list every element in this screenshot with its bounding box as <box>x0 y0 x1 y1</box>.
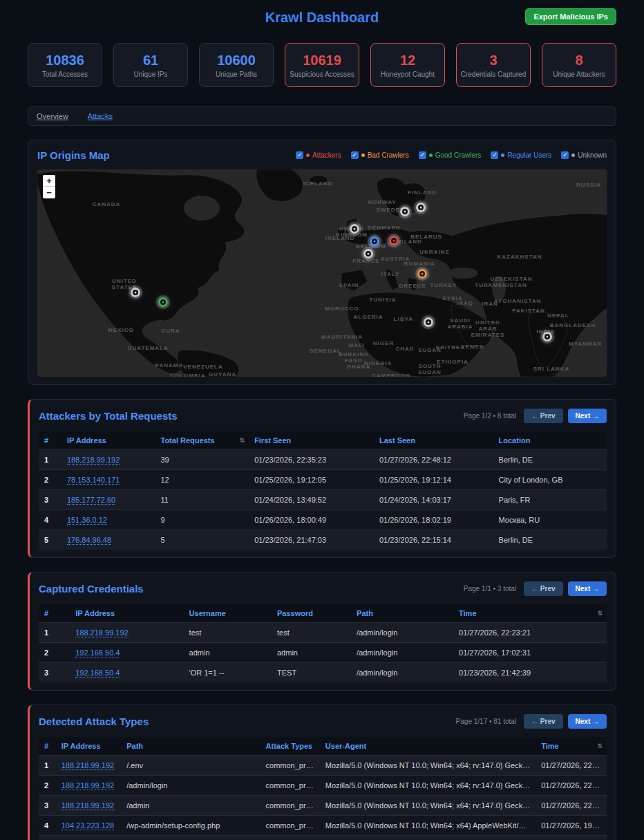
column-header[interactable]: User-Agent <box>320 737 536 756</box>
marker-dot-icon <box>374 241 376 243</box>
legend-checkbox[interactable]: ✓ <box>491 151 498 159</box>
prev-button[interactable]: ← Prev <box>524 581 562 596</box>
map-marker-unknown[interactable] <box>350 224 359 234</box>
ip-address-link[interactable]: 104.23.223.128 <box>61 821 114 830</box>
prev-button[interactable]: ← Prev <box>524 714 562 729</box>
ip-address-link[interactable]: 188.218.99.192 <box>67 456 120 465</box>
column-header[interactable]: First Seen <box>249 431 374 450</box>
marker-dot-icon <box>162 301 164 304</box>
table-cell: 01/27/2026, 22:23:21 <box>536 776 607 796</box>
export-malicious-ips-button[interactable]: Export Malicious IPs <box>525 8 616 25</box>
column-header[interactable]: IP Address <box>70 604 183 623</box>
legend-checkbox[interactable]: ✓ <box>351 151 359 159</box>
zoom-in-button[interactable]: + <box>43 175 55 187</box>
ip-address-link[interactable]: 192.168.50.4 <box>75 648 120 657</box>
map-marker-bad-crawler[interactable] <box>417 269 427 279</box>
map-marker-unknown[interactable] <box>416 203 426 212</box>
sort-icon[interactable]: ⇅ <box>597 743 603 749</box>
table-cell: 01/24/2026, 13:49:52 <box>249 490 374 510</box>
table-cell: 39 <box>155 450 249 470</box>
column-header[interactable]: IP Address <box>61 431 155 450</box>
ip-address-link[interactable]: 192.168.50.4 <box>75 669 120 678</box>
zoom-out-button[interactable]: − <box>43 187 55 198</box>
sort-icon[interactable]: ⇅ <box>597 610 603 617</box>
table-cell: Berlin, DE <box>493 530 607 550</box>
table-cell: 5 <box>39 836 56 840</box>
page-info: Page 1/1 • 3 total <box>464 585 516 592</box>
legend-checkbox[interactable]: ✓ <box>561 151 569 159</box>
column-header[interactable]: Time⇅ <box>453 604 607 623</box>
sort-icon[interactable]: ⇅ <box>240 437 245 444</box>
ip-address-link[interactable]: 188.218.99.192 <box>61 801 114 810</box>
stat-label: Total Accesses <box>42 71 88 78</box>
marker-dot-icon <box>420 207 422 209</box>
table-cell: 3 <box>39 490 61 510</box>
table-cell: Berlin, DE <box>493 450 607 470</box>
legend-dot-icon <box>361 153 365 157</box>
next-button[interactable]: Next → <box>568 714 607 729</box>
table-row: 2188.218.99.192/admin/logincommon_probes… <box>39 776 607 796</box>
column-header[interactable]: Last Seen <box>374 431 493 450</box>
ip-address-link[interactable]: 151.36.0.12 <box>67 516 107 525</box>
ip-address-link[interactable]: 176.84.96.48 <box>67 536 111 545</box>
prev-button[interactable]: ← Prev <box>524 409 562 423</box>
table-cell: /admin/login <box>351 643 453 663</box>
column-header[interactable]: Total Requests⇅ <box>155 431 249 450</box>
marker-dot-icon <box>404 211 406 213</box>
column-header[interactable]: # <box>39 737 56 756</box>
map-marker-good-crawler[interactable] <box>158 297 168 307</box>
tab-overview[interactable]: Overview <box>37 112 68 120</box>
legend-item: ✓ Attackers <box>296 151 341 159</box>
column-header[interactable]: Time⇅ <box>536 737 607 756</box>
column-header[interactable]: Attack Types <box>261 737 320 756</box>
section-title: Captured Credentials <box>39 583 144 595</box>
ip-address-link[interactable]: 185.177.72.60 <box>67 496 115 505</box>
table-cell: common_probes <box>261 816 320 836</box>
table-cell: common_probes <box>261 776 320 796</box>
column-header[interactable]: Location <box>493 431 607 450</box>
table-section: Captured Credentials Page 1/1 • 3 total … <box>28 572 616 691</box>
stat-card: 8 Unique Attackers <box>542 43 616 87</box>
next-button[interactable]: Next → <box>568 581 607 596</box>
map-marker-unknown[interactable] <box>542 332 552 342</box>
map-marker-regular-user[interactable] <box>370 236 379 246</box>
legend-label: Bad Crawlers <box>368 151 409 159</box>
table-cell: 2 <box>39 470 61 490</box>
tab-bar: OverviewAttacks <box>28 106 616 126</box>
map-marker-unknown[interactable] <box>424 317 433 327</box>
column-header[interactable]: Username <box>184 604 272 623</box>
column-header[interactable]: Password <box>272 604 351 623</box>
krawl-dashboard-page: Krawl Dashboard Export Malicious IPs 108… <box>28 0 616 840</box>
next-button[interactable]: Next → <box>568 409 607 423</box>
map-marker-unknown[interactable] <box>400 207 410 216</box>
stat-card: 12 Honeypot Caught <box>370 43 445 87</box>
table-cell: 01/27/2026, 22:23:21 <box>453 623 607 643</box>
table-cell: test <box>272 623 351 643</box>
ip-address-link[interactable]: 188.218.99.192 <box>75 628 128 637</box>
stat-label: Honeypot Caught <box>381 71 435 78</box>
column-header[interactable]: Path <box>351 604 453 623</box>
ip-address-link[interactable]: 188.218.99.192 <box>61 761 114 770</box>
pagination: Page 1/2 • 8 total ← Prev Next → <box>464 409 607 423</box>
legend-label: Regular Users <box>507 151 551 159</box>
ip-address-link[interactable]: 78.153.140.171 <box>67 476 120 485</box>
map-marker-unknown[interactable] <box>131 288 140 297</box>
map-marker-attacker[interactable] <box>389 236 399 245</box>
table-cell: 1 <box>39 623 70 643</box>
map-header: IP Origins Map ✓ Attackers ✓ Bad Crawler… <box>37 149 607 161</box>
table-row: 1188.218.99.192/.envcommon_probesMozilla… <box>39 756 607 776</box>
map-marker-unknown[interactable] <box>363 249 373 259</box>
column-header[interactable]: # <box>39 431 61 450</box>
legend-item: ✓ Unknown <box>561 151 607 159</box>
table-cell: 1 <box>39 450 61 470</box>
legend-checkbox[interactable]: ✓ <box>296 151 303 159</box>
ip-address-link[interactable]: 188.218.99.192 <box>61 781 114 790</box>
world-map[interactable]: CANADAICELANDUNITED STATESMEXICOCUBAGUAT… <box>37 169 607 377</box>
table-cell: 188.218.99.192 <box>56 756 122 776</box>
column-header[interactable]: # <box>39 604 70 623</box>
column-header[interactable]: IP Address <box>56 737 122 756</box>
column-header[interactable]: Path <box>121 737 260 756</box>
tab-attacks[interactable]: Attacks <box>88 112 113 120</box>
stat-card: 3 Credentials Captured <box>456 43 531 87</box>
legend-checkbox[interactable]: ✓ <box>419 151 426 159</box>
